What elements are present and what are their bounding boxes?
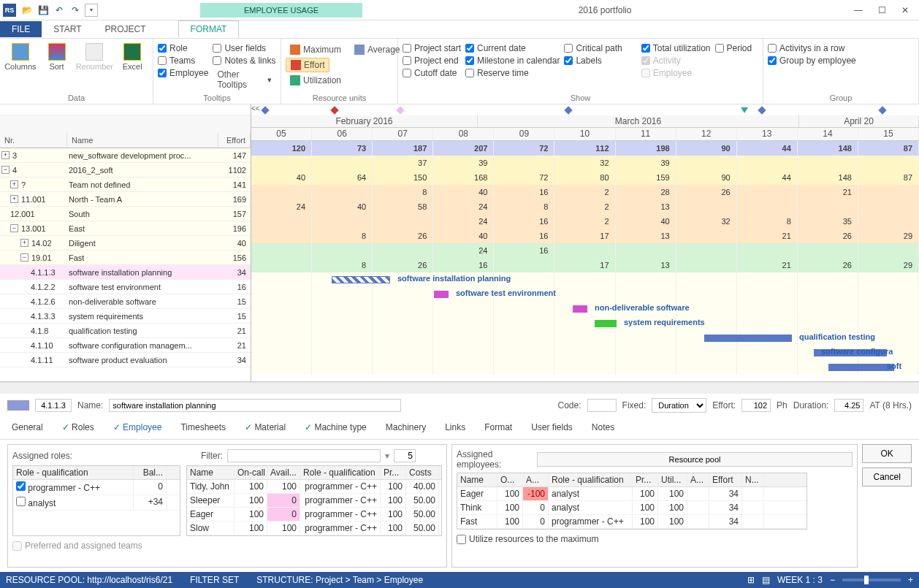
expand-toggle[interactable]: − [20, 253, 28, 261]
detail-tab-material[interactable]: Material [240, 420, 290, 435]
tree-row[interactable]: 4.1.2.2software test environment16 [0, 280, 251, 294]
chk-userfields[interactable]: User fields [213, 43, 276, 53]
detail-tab-format[interactable]: Format [480, 420, 516, 435]
chk-total-util[interactable]: Total utilization [641, 43, 711, 53]
utilization-button[interactable]: Utilization [286, 74, 346, 87]
expand-toggle[interactable]: − [10, 224, 18, 232]
chk-period[interactable]: Period [715, 43, 752, 53]
chk-employee[interactable]: Employee [158, 68, 208, 78]
detail-tab-user-fields[interactable]: User fields [527, 420, 577, 435]
tree-row[interactable]: 4.1.2.6non-deliverable software15 [0, 294, 251, 309]
chk-activity[interactable]: Activity [641, 56, 711, 66]
tree-row[interactable]: −13.001East196 [0, 221, 251, 236]
chk-noteslinks[interactable]: Notes & links [213, 56, 276, 66]
chk-role[interactable]: Role [158, 43, 208, 53]
detail-code-field[interactable] [587, 399, 617, 412]
tree-row[interactable]: 12.001South157 [0, 207, 251, 221]
hdr-name[interactable]: Name [67, 133, 218, 148]
expand-toggle[interactable]: + [10, 180, 18, 188]
detail-tab-timesheets[interactable]: Timesheets [176, 420, 230, 435]
close-button[interactable]: ✕ [894, 3, 916, 18]
renumber-button[interactable]: Renumber [77, 43, 112, 71]
tree-row[interactable]: −19.01Fast156 [0, 251, 251, 265]
detail-id-field[interactable] [35, 399, 72, 412]
qat-dropdown-icon[interactable]: ▾ [85, 4, 98, 17]
expand-toggle[interactable]: + [10, 195, 18, 203]
tree-row[interactable]: 4.1.1.3software installation planning34 [0, 265, 251, 280]
chk-utilize-max[interactable] [457, 535, 466, 544]
detail-tab-employee[interactable]: Employee [109, 420, 167, 435]
detail-effort-field[interactable] [741, 399, 771, 412]
average-button[interactable]: Average [350, 43, 404, 56]
layout-icon[interactable]: ▤ [762, 575, 770, 585]
filter-input[interactable] [227, 449, 381, 462]
chk-reserve[interactable]: Reserve time [465, 68, 560, 78]
tab-start[interactable]: START [42, 21, 93, 37]
ok-button[interactable]: OK [862, 444, 912, 463]
role-row[interactable]: analyst+34 [13, 495, 180, 511]
other-tooltips-button[interactable]: Other Tooltips ▾ [213, 68, 276, 91]
tree-row[interactable]: +3new_software development proc...147 [0, 148, 251, 163]
gantt-bar[interactable] [828, 364, 894, 371]
save-icon[interactable]: 💾 [37, 4, 50, 17]
open-icon[interactable]: 📂 [20, 4, 34, 17]
gantt-bar[interactable] [704, 335, 792, 342]
detail-tab-general[interactable]: General [7, 420, 47, 435]
chk-critical-path[interactable]: Critical path [564, 43, 622, 53]
detail-name-field[interactable] [109, 399, 401, 412]
tree-row[interactable]: +?Team not defined141 [0, 177, 251, 192]
tab-project[interactable]: PROJECT [94, 21, 158, 37]
columns-button[interactable]: Columns [4, 43, 37, 71]
chk-group-by-emp[interactable]: Group by employee [768, 56, 856, 66]
detail-tab-roles[interactable]: Roles [58, 420, 99, 435]
chk-ms-calendar[interactable]: Milestone in calendar [465, 56, 560, 66]
emp-row[interactable]: Eager100-100analyst10010034 [457, 487, 806, 501]
sort-button[interactable]: Sort [41, 43, 73, 71]
tree-row[interactable]: −42016_2_soft1102 [0, 163, 251, 177]
chk-show-employee[interactable]: Employee [641, 68, 711, 78]
zoom-slider[interactable] [842, 579, 901, 581]
tab-file[interactable]: FILE [0, 21, 42, 37]
expand-toggle[interactable]: + [20, 239, 28, 247]
redo-icon[interactable]: ↷ [69, 4, 82, 17]
chk-project-end[interactable]: Project end [403, 56, 461, 66]
roles-table[interactable]: Role - qualificationBal... programmer - … [12, 465, 180, 536]
hdr-nr[interactable]: Nr. [0, 133, 67, 148]
maximum-button[interactable]: Maximum [286, 43, 346, 56]
chk-project-start[interactable]: Project start [403, 43, 461, 53]
detail-duration-field[interactable] [834, 399, 863, 412]
emp-row[interactable]: Think1000analyst10010034 [457, 501, 806, 515]
emp-table[interactable]: NameO...A...Role - qualificationPr...Uti… [457, 473, 807, 530]
excel-button[interactable]: Excel [116, 43, 148, 71]
undo-icon[interactable]: ↶ [53, 4, 66, 17]
gantt-bar[interactable] [595, 320, 617, 327]
filter-table[interactable]: NameOn-callAvail...Role - qualificationP… [186, 465, 442, 536]
chk-labels[interactable]: Labels [564, 56, 622, 66]
tab-format[interactable]: FORMAT [178, 20, 240, 38]
filter-row[interactable]: Tidy, John100100programmer - C++10040.00 [187, 480, 441, 494]
resource-pool-button[interactable]: Resource pool [537, 452, 853, 467]
zoom-in-icon[interactable]: + [908, 575, 913, 585]
chk-teams[interactable]: Teams [158, 56, 208, 66]
detail-tab-notes[interactable]: Notes [587, 420, 619, 435]
detail-fixed-select[interactable]: Duration [652, 398, 706, 413]
filter-row[interactable]: Sleeper1000programmer - C++10050.00 [187, 494, 441, 508]
emp-row[interactable]: Fast1000programmer - C++10010034 [457, 515, 806, 529]
detail-tab-machine-type[interactable]: Machine type [300, 420, 371, 435]
filter-row[interactable]: Slow100100programmer - C++10050.00 [187, 522, 441, 535]
tree-row[interactable]: 4.1.10software configuration managem...2… [0, 338, 251, 353]
gantt-bar[interactable] [573, 305, 587, 313]
effort-button[interactable]: Effort [286, 58, 329, 72]
tree-row[interactable]: 4.1.3.3system requirements15 [0, 309, 251, 324]
tree-row[interactable]: 4.1.11software product evaluation34 [0, 353, 251, 367]
gantt-bar[interactable] [434, 291, 449, 298]
chk-activities-row[interactable]: Activitys in a row [768, 43, 856, 53]
gantt-bar[interactable] [332, 276, 390, 283]
filter-row[interactable]: Eager1000programmer - C++10050.00 [187, 508, 441, 522]
zoom-out-icon[interactable]: − [830, 575, 835, 585]
tree-row[interactable]: +14.02Diligent40 [0, 236, 251, 251]
minimize-button[interactable]: — [847, 3, 869, 18]
detail-tab-links[interactable]: Links [441, 420, 470, 435]
tree-row[interactable]: +11.001North - Team A169 [0, 192, 251, 207]
hdr-effort[interactable]: Effort [218, 133, 251, 148]
